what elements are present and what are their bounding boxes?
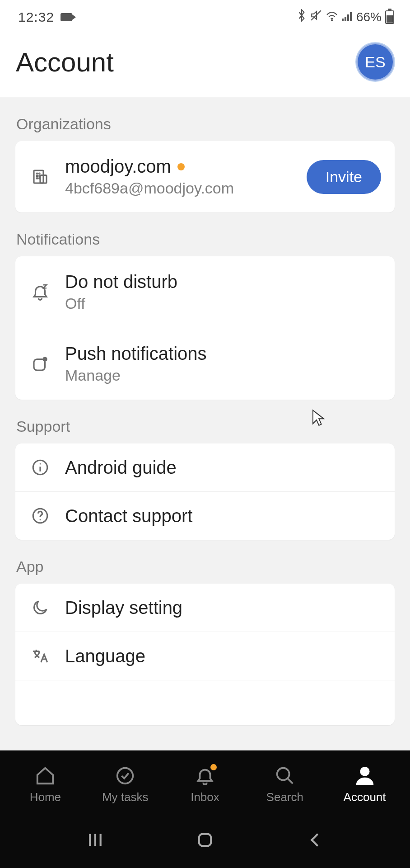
tab-label: Inbox	[191, 790, 219, 804]
organization-email: 4bcf689a@moodjoy.com	[65, 179, 307, 197]
push-value: Manage	[65, 367, 381, 384]
svg-rect-6	[34, 170, 43, 183]
do-not-disturb-row[interactable]: Do not disturb Off	[15, 256, 395, 328]
svg-point-13	[39, 178, 40, 179]
check-circle-icon	[114, 765, 136, 787]
contact-support-row[interactable]: Contact support	[15, 491, 395, 540]
system-nav-bar	[0, 814, 410, 868]
building-icon	[29, 165, 51, 188]
svg-rect-4	[347, 14, 349, 21]
push-notifications-row[interactable]: Push notifications Manage	[15, 328, 395, 400]
svg-point-8	[37, 173, 37, 174]
search-icon	[274, 765, 296, 787]
svg-point-24	[361, 767, 368, 775]
section-label-support: Support	[0, 400, 410, 443]
svg-rect-5	[350, 12, 352, 21]
section-label-app: App	[0, 540, 410, 584]
support-card: Android guide Contact support	[15, 443, 395, 540]
notifications-card: Do not disturb Off Push notifications Ma…	[15, 256, 395, 400]
tab-my-tasks[interactable]: My tasks	[85, 765, 165, 804]
svg-point-10	[37, 175, 37, 176]
svg-point-9	[39, 173, 40, 174]
svg-rect-3	[345, 17, 346, 21]
next-row-partial[interactable]	[15, 680, 395, 725]
tab-search[interactable]: Search	[245, 765, 325, 804]
tab-label: Search	[266, 790, 303, 804]
tab-inbox[interactable]: Inbox	[165, 765, 245, 804]
camera-icon	[61, 13, 72, 21]
notification-dot-icon	[210, 764, 217, 770]
invite-button[interactable]: Invite	[307, 160, 381, 194]
home-button[interactable]	[196, 831, 214, 851]
header: Account ES	[0, 34, 410, 97]
status-time: 12:32	[18, 9, 54, 25]
push-title: Push notifications	[65, 344, 381, 364]
help-icon	[29, 505, 51, 527]
display-setting-row[interactable]: Display setting	[15, 584, 395, 632]
section-label-notifications: Notifications	[0, 212, 410, 256]
organization-name: moodjoy.com	[65, 156, 171, 177]
organizations-card: moodjoy.com 4bcf689a@moodjoy.com Invite	[15, 141, 395, 212]
language-icon	[29, 645, 51, 667]
snooze-bell-icon	[29, 281, 51, 303]
svg-point-18	[40, 463, 41, 465]
bottom-tab-bar: Home My tasks Inbox Search Account	[0, 750, 410, 814]
android-guide-label: Android guide	[65, 458, 381, 478]
tab-label: My tasks	[102, 790, 149, 804]
svg-point-20	[40, 519, 41, 520]
display-setting-label: Display setting	[65, 598, 381, 618]
svg-point-22	[277, 768, 289, 780]
svg-point-12	[37, 178, 37, 179]
tab-label: Account	[344, 790, 386, 804]
tab-account[interactable]: Account	[325, 765, 405, 804]
dnd-value: Off	[65, 295, 381, 312]
signal-icon	[342, 10, 353, 24]
svg-point-21	[117, 768, 133, 783]
tab-home[interactable]: Home	[5, 765, 85, 804]
svg-point-15	[42, 357, 47, 362]
section-label-organizations: Organizations	[0, 97, 410, 141]
status-bar: 12:32 66%	[0, 0, 410, 34]
wifi-icon	[326, 10, 338, 24]
battery-percentage: 66%	[356, 10, 382, 24]
dnd-title: Do not disturb	[65, 272, 381, 292]
status-dot-icon	[177, 163, 185, 170]
avatar[interactable]: ES	[356, 43, 394, 81]
bluetooth-icon	[297, 9, 307, 25]
bell-icon	[194, 765, 216, 787]
battery-icon	[385, 10, 394, 24]
language-label: Language	[65, 646, 381, 666]
svg-line-23	[288, 778, 293, 783]
moon-icon	[29, 596, 51, 619]
back-button[interactable]	[306, 831, 324, 851]
organization-row[interactable]: moodjoy.com 4bcf689a@moodjoy.com Invite	[15, 141, 395, 212]
tab-label: Home	[30, 790, 61, 804]
contact-support-label: Contact support	[65, 506, 381, 526]
android-guide-row[interactable]: Android guide	[15, 443, 395, 491]
app-card: Display setting Language	[15, 584, 395, 725]
svg-rect-2	[342, 19, 344, 21]
svg-point-1	[331, 19, 332, 20]
language-row[interactable]: Language	[15, 632, 395, 680]
page-title: Account	[16, 47, 114, 78]
home-icon	[34, 765, 56, 787]
person-icon	[354, 765, 376, 787]
mute-icon	[310, 9, 322, 24]
info-icon	[29, 456, 51, 479]
svg-point-11	[39, 175, 40, 176]
recents-button[interactable]	[86, 831, 104, 851]
push-icon	[29, 353, 51, 375]
svg-rect-28	[199, 834, 211, 846]
